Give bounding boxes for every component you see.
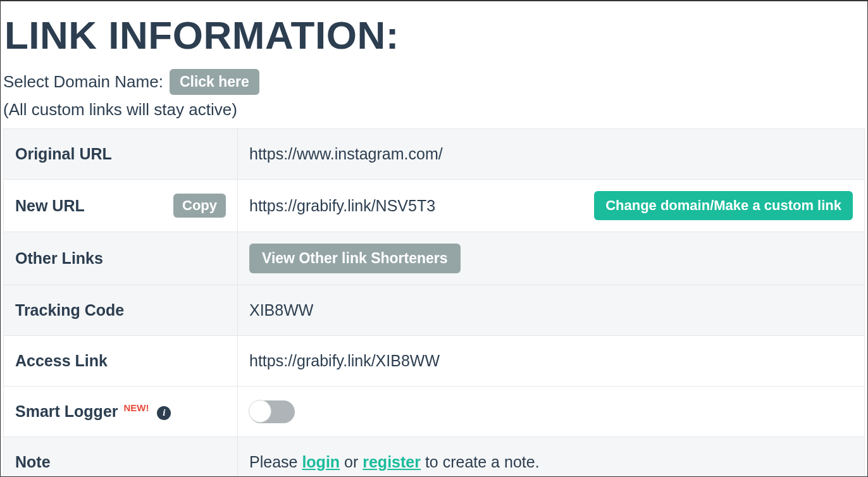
label-new-url: New URL Copy [4, 180, 238, 232]
info-table: Original URL https://www.instagram.com/ … [3, 128, 865, 477]
row-smart-logger: Smart Logger NEW! i [4, 387, 865, 437]
login-link[interactable]: login [302, 453, 340, 471]
value-original-url: https://www.instagram.com/ [238, 129, 865, 180]
value-tracking-code: XIB8WW [238, 285, 865, 336]
view-other-shorteners-button[interactable]: View Other link Shorteners [249, 244, 461, 273]
note-prefix: Please [249, 453, 302, 471]
info-icon[interactable]: i [157, 406, 171, 420]
row-other-links: Other Links View Other link Shorteners [4, 232, 865, 285]
toggle-knob [249, 400, 271, 423]
row-access-link: Access Link https://grabify.link/XIB8WW [4, 336, 865, 387]
value-new-url: https://grabify.link/NSV5T3 [249, 197, 435, 215]
copy-button[interactable]: Copy [173, 194, 226, 218]
row-note: Note Please login or register to create … [4, 437, 865, 478]
row-new-url: New URL Copy https://grabify.link/NSV5T3… [4, 180, 865, 232]
select-domain-button[interactable]: Click here [170, 69, 259, 95]
label-note: Note [4, 437, 238, 478]
smart-logger-toggle[interactable] [249, 400, 295, 423]
new-badge: NEW! [123, 402, 149, 413]
value-access-link: https://grabify.link/XIB8WW [238, 336, 865, 387]
row-original-url: Original URL https://www.instagram.com/ [4, 129, 865, 180]
row-tracking-code: Tracking Code XIB8WW [4, 285, 865, 336]
label-smart-logger-text: Smart Logger [15, 402, 118, 420]
value-smart-logger [238, 387, 865, 437]
label-new-url-text: New URL [15, 197, 85, 215]
note-suffix: to create a note. [421, 453, 540, 471]
label-original-url: Original URL [4, 129, 238, 180]
value-new-url-cell: https://grabify.link/NSV5T3 Change domai… [238, 180, 865, 232]
label-access-link: Access Link [4, 336, 238, 387]
note-middle: or [340, 453, 363, 471]
label-other-links: Other Links [4, 232, 238, 285]
register-link[interactable]: register [363, 453, 421, 471]
value-note: Please login or register to create a not… [238, 437, 865, 478]
domain-select-row: Select Domain Name: Click here [1, 69, 867, 97]
domain-select-label: Select Domain Name: [3, 72, 163, 92]
label-tracking-code: Tracking Code [4, 285, 238, 336]
label-smart-logger: Smart Logger NEW! i [4, 387, 238, 437]
value-other-links: View Other link Shorteners [238, 232, 865, 285]
page-title: LINK INFORMATION: [1, 1, 867, 69]
custom-links-note: (All custom links will stay active) [1, 97, 867, 128]
change-domain-button[interactable]: Change domain/Make a custom link [594, 191, 853, 220]
